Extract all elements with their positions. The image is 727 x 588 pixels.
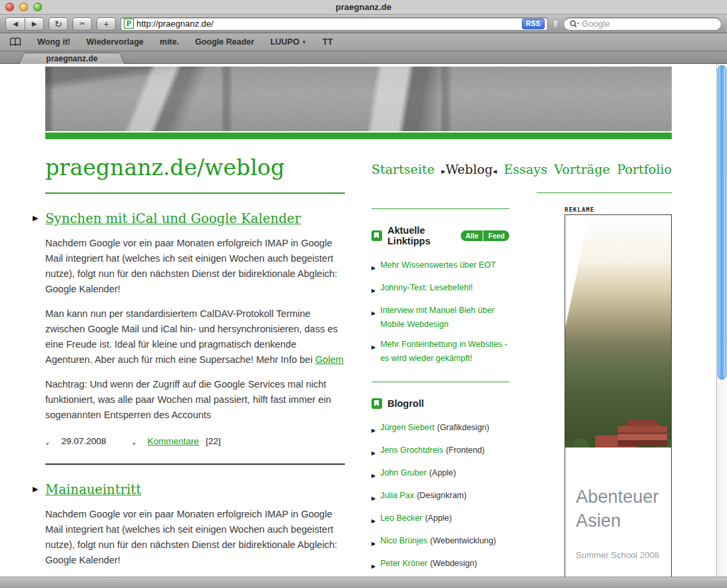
bookmark-flag-icon — [371, 398, 382, 409]
webclip-button[interactable]: ✂ — [73, 17, 92, 31]
ad-column: REKLAME AbenteuerAsien Summer School 200… — [537, 192, 672, 577]
bullet-icon: ▶ — [371, 340, 375, 366]
blogroll-link[interactable]: Julia Pax — [380, 491, 414, 500]
bullet-icon: ▶ — [371, 446, 375, 460]
blogroll-item: ▶Julia Pax(Designkram) — [371, 489, 509, 505]
post-title-link[interactable]: Mainaueintritt — [45, 482, 141, 497]
bookmark-flag-icon — [371, 230, 382, 241]
status-bar — [0, 577, 727, 588]
reload-icon: ↻ — [55, 19, 63, 29]
blogroll-link[interactable]: Jürgen Siebert — [380, 423, 434, 432]
divider-dark — [45, 463, 345, 465]
scissors-icon: ✂ — [79, 20, 85, 27]
search-input[interactable] — [582, 19, 716, 29]
close-window-button[interactable] — [5, 3, 14, 11]
back-button[interactable]: ◀ — [5, 17, 25, 31]
post-title-row: ▶ Mainaueintritt — [45, 482, 345, 497]
linktipp-item: ▶Johnny-Text: Lesebefehl! — [371, 281, 509, 298]
blogroll-item: ▶John Gruber(Apple) — [371, 466, 509, 483]
bullet-icon: ▶ — [371, 469, 375, 483]
back-icon: ◀ — [13, 20, 18, 27]
ad-title: AbenteuerAsien — [576, 485, 660, 533]
linktipp-link[interactable]: Mehr Wissenswertes über EOT — [380, 258, 496, 275]
alle-feed-pill: Alle Feed — [461, 230, 509, 241]
photo-grain-texture — [45, 67, 672, 131]
post-paragraph: Nachdem Google vor ein paar Monaten erfo… — [45, 236, 345, 297]
bookmark-mite[interactable]: mite. — [160, 37, 179, 47]
divider-green — [371, 382, 509, 382]
bookmark-tt[interactable]: TT — [323, 37, 333, 47]
chevron-down-icon: ▼ — [302, 39, 307, 45]
post-title-link[interactable]: Synchen mit iCal und Google Kalender — [45, 211, 301, 226]
zoom-window-button[interactable] — [33, 3, 42, 11]
blogroll-category: (Designkram) — [417, 491, 467, 500]
nav-marker-right: ◂ — [493, 166, 497, 176]
minimize-window-button[interactable] — [19, 3, 28, 11]
bookmark-wong-it[interactable]: Wong it! — [37, 37, 71, 47]
post-paragraph: Nachdem Google vor ein paar Monaten erfo… — [45, 507, 345, 568]
search-field[interactable] — [563, 17, 722, 31]
bookmarks-book-icon[interactable] — [9, 37, 21, 47]
feed-button[interactable]: Feed — [483, 230, 509, 241]
blogroll-category: (Frontend) — [446, 445, 485, 455]
linktipps-header: Aktuelle Linktipps Alle Feed — [371, 225, 509, 246]
comments-count: [22] — [206, 436, 221, 446]
section-title: Aktuelle Linktipps — [387, 225, 461, 246]
tab-praegnanz[interactable]: praegnanz.de — [19, 53, 125, 64]
post-meta-row: 29.07.2008 Kommentare [22] — [45, 436, 345, 446]
rss-badge[interactable]: RSS — [522, 19, 545, 29]
reload-button[interactable]: ↻ — [49, 17, 68, 31]
nav-weblog-current[interactable]: ▸Weblog◂ — [441, 162, 497, 176]
forward-icon: ▶ — [32, 20, 37, 27]
bullet-icon: ▶ — [371, 284, 375, 298]
bookmark-google-reader[interactable]: Google Reader — [195, 37, 254, 47]
bullet-icon: ▶ — [371, 261, 375, 275]
comment-bubble-icon — [132, 437, 141, 445]
golem-link[interactable]: Golem — [315, 354, 344, 365]
bookmarks-bar: Wong it! Wiedervorlage mite. Google Read… — [0, 33, 727, 51]
nav-startseite[interactable]: Startseite — [371, 162, 435, 176]
site-logo[interactable]: praegnanz.de/weblog — [45, 154, 371, 180]
post-mainaueintritt: ▶ Mainaueintritt Nachdem Google vor ein … — [45, 482, 345, 577]
forward-button[interactable]: ▶ — [25, 17, 44, 31]
bookmark-folder-luupo[interactable]: LUUPO ▼ — [270, 37, 307, 47]
scrollbar-thumb[interactable] — [718, 65, 726, 380]
blogroll-category: (Apple) — [429, 468, 456, 477]
bookmark-wiedervorlage[interactable]: Wiedervorlage — [87, 37, 144, 47]
tab-bar: praegnanz.de — [0, 51, 727, 64]
vertical-scrollbar[interactable] — [716, 64, 727, 577]
linktipp-link[interactable]: Mehr Fonteinbettung in Websites - es wir… — [380, 338, 509, 366]
search-options-arrow — [577, 23, 580, 24]
bullet-icon: ▶ — [371, 306, 375, 332]
nav-vortraege[interactable]: Vorträge — [554, 162, 610, 176]
blogroll-link[interactable]: John Gruber — [380, 468, 426, 477]
blogroll-link[interactable]: Jens Grochtdreis — [380, 445, 443, 455]
sidebar: Aktuelle Linktipps Alle Feed ▶Mehr Wisse… — [371, 192, 509, 577]
post-bullet-icon: ▶ — [33, 485, 38, 493]
comments-link[interactable]: Kommentare — [148, 436, 199, 446]
nav-essays[interactable]: Essays — [504, 162, 547, 176]
linktipp-item: ▶Interview mit Manuel Bieh über Mobile W… — [371, 304, 509, 332]
divider-green — [371, 208, 509, 209]
blogroll-item: ▶Nico Brünjes(Webentwicklung) — [371, 534, 509, 551]
blogroll-category: (Webentwicklung) — [430, 536, 496, 545]
linktipp-link[interactable]: Interview mit Manuel Bieh über Mobile We… — [380, 304, 509, 332]
blogroll-link[interactable]: Leo Becker — [380, 513, 422, 523]
window-titlebar[interactable]: praegnanz.de — [0, 0, 727, 15]
ad-banner[interactable]: AbenteuerAsien Summer School 2008 — [565, 214, 672, 577]
main-navigation: Startseite ▸Weblog◂ Essays Vorträge Port… — [371, 162, 672, 180]
plus-icon: + — [103, 19, 109, 29]
linktipp-link[interactable]: Johnny-Text: Lesebefehl! — [380, 281, 473, 298]
post-bullet-icon: ▶ — [33, 214, 38, 222]
blogroll-link[interactable]: Peter Kröner — [380, 559, 427, 568]
reklame-label: REKLAME — [537, 206, 672, 213]
url-input[interactable] — [136, 19, 519, 29]
post-synchen: ▶ Synchen mit iCal und Google Kalender N… — [45, 211, 345, 465]
address-bar[interactable]: P RSS — [121, 17, 548, 31]
nav-portfolio[interactable]: Portfolio — [617, 162, 672, 176]
new-tab-button[interactable]: + — [97, 17, 116, 31]
blogroll-header: Blogroll — [371, 398, 509, 409]
blogroll-link[interactable]: Nico Brünjes — [380, 536, 427, 545]
post-paragraph: Nachtrag: Und wenn der Zugriff auf die G… — [45, 377, 345, 423]
alle-button[interactable]: Alle — [461, 230, 483, 241]
